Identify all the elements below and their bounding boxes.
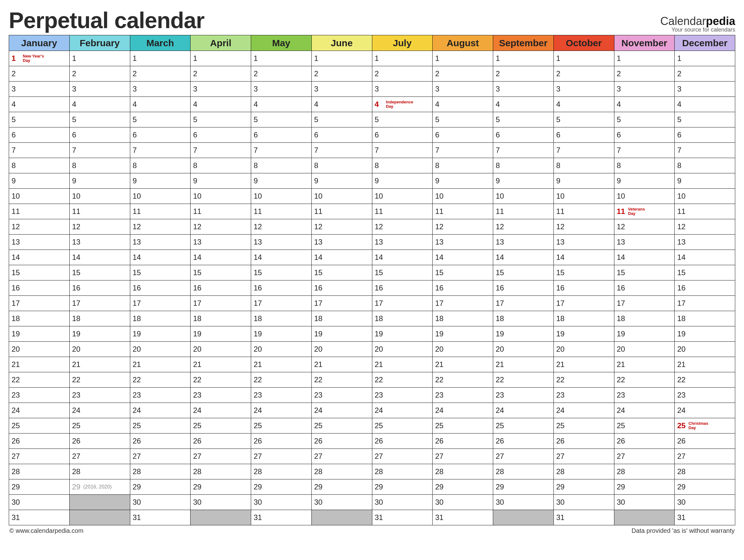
- day-number: 2: [11, 69, 21, 78]
- day-cell: 13: [190, 234, 251, 250]
- day-number: 17: [435, 299, 444, 308]
- day-number: 8: [435, 161, 444, 170]
- day-cell: 12: [130, 219, 190, 234]
- day-number: 4: [254, 100, 263, 109]
- day-row: 191919191919191919191919: [9, 326, 735, 342]
- day-cell: 18: [130, 311, 190, 326]
- day-number: 13: [193, 238, 202, 247]
- day-cell: 4: [614, 97, 675, 112]
- day-number: 18: [496, 314, 505, 323]
- day-cell: 5: [9, 112, 70, 127]
- day-cell: 26: [311, 434, 372, 449]
- day-number: 7: [11, 146, 21, 155]
- day-cell: 30: [493, 495, 554, 510]
- day-cell: 3: [9, 81, 70, 97]
- day-cell: 22: [372, 372, 433, 387]
- day-cell: 26: [251, 434, 312, 449]
- day-cell: 17: [493, 296, 554, 311]
- day-number: 14: [193, 253, 202, 262]
- day-cell: 11: [675, 204, 735, 219]
- day-cell: 15: [130, 265, 190, 281]
- day-number: 1: [133, 54, 142, 63]
- day-cell: 16: [190, 281, 251, 296]
- holiday-label: ChristmasDay: [689, 421, 708, 430]
- day-number: 3: [11, 85, 21, 94]
- day-cell: 2: [433, 66, 493, 81]
- day-cell: 20: [190, 342, 251, 357]
- day-cell: 4: [493, 97, 554, 112]
- day-number: 8: [193, 161, 202, 170]
- day-number: 24: [556, 406, 566, 415]
- day-cell: 17: [9, 296, 70, 311]
- day-cell: 26: [190, 434, 251, 449]
- day-cell: 9: [311, 173, 372, 189]
- day-cell: 22: [190, 372, 251, 387]
- day-number: 25: [435, 421, 444, 430]
- day-cell: 23: [69, 387, 130, 403]
- day-cell: 24: [69, 403, 130, 418]
- day-row: 242424242424242424242424: [9, 403, 735, 418]
- day-number: 5: [72, 115, 81, 124]
- day-cell: 8: [251, 158, 312, 173]
- day-number: 24: [375, 406, 384, 415]
- day-cell: 9: [130, 173, 190, 189]
- day-cell: 5: [311, 112, 372, 127]
- day-cell: 5: [493, 112, 554, 127]
- day-number: 27: [677, 452, 686, 461]
- day-number: 29: [254, 483, 263, 491]
- day-number: 6: [193, 130, 202, 139]
- day-cell: 9: [493, 173, 554, 189]
- day-number: 25: [677, 421, 686, 430]
- day-number: 28: [11, 467, 21, 476]
- day-number: 28: [496, 467, 505, 476]
- day-number: 1: [11, 54, 21, 63]
- day-number: 1: [193, 54, 202, 63]
- day-cell: 11: [433, 204, 493, 219]
- day-number: 26: [254, 437, 263, 445]
- day-number: 12: [11, 222, 21, 231]
- day-cell: 4: [311, 97, 372, 112]
- day-cell: 20: [311, 342, 372, 357]
- day-cell: 30: [675, 495, 735, 510]
- day-number: 19: [11, 330, 21, 338]
- day-number: 13: [314, 238, 324, 247]
- month-header: January: [9, 35, 70, 51]
- day-cell: 1: [554, 51, 614, 66]
- day-cell: 29: [190, 479, 251, 495]
- day-cell: 10: [493, 189, 554, 204]
- day-cell: 27: [130, 449, 190, 464]
- day-cell: 3: [554, 81, 614, 97]
- day-cell: 25ChristmasDay: [675, 418, 735, 434]
- day-number: 9: [435, 177, 444, 185]
- day-cell: 27: [311, 449, 372, 464]
- day-cell: 28: [311, 464, 372, 479]
- day-number: 16: [72, 284, 81, 292]
- day-number: 12: [375, 222, 384, 231]
- day-number: 29: [314, 483, 324, 491]
- day-cell: 27: [251, 449, 312, 464]
- day-cell: 23: [190, 387, 251, 403]
- month-header: May: [251, 35, 312, 51]
- day-cell: 28: [251, 464, 312, 479]
- day-number: 4: [435, 100, 444, 109]
- day-number: 20: [617, 345, 626, 353]
- day-number: 25: [375, 421, 384, 430]
- day-number: 14: [11, 253, 21, 262]
- day-cell: 4: [251, 97, 312, 112]
- day-number: 10: [254, 192, 263, 200]
- day-number: 5: [133, 115, 142, 124]
- footer-warranty: Data provided 'as is' without warranty: [632, 527, 735, 534]
- day-cell: 4: [190, 97, 251, 112]
- day-cell: 29(2016, 2020): [69, 479, 130, 495]
- day-cell: 12: [614, 219, 675, 234]
- day-cell: 22: [130, 372, 190, 387]
- day-number: 26: [72, 437, 81, 445]
- day-number: 31: [375, 513, 384, 522]
- day-number: 26: [11, 437, 21, 445]
- day-number: 12: [617, 222, 626, 231]
- day-cell: 9: [190, 173, 251, 189]
- day-number: 3: [617, 85, 626, 94]
- day-number: 29: [556, 483, 566, 491]
- day-cell: 19: [251, 326, 312, 342]
- day-cell: 1: [311, 51, 372, 66]
